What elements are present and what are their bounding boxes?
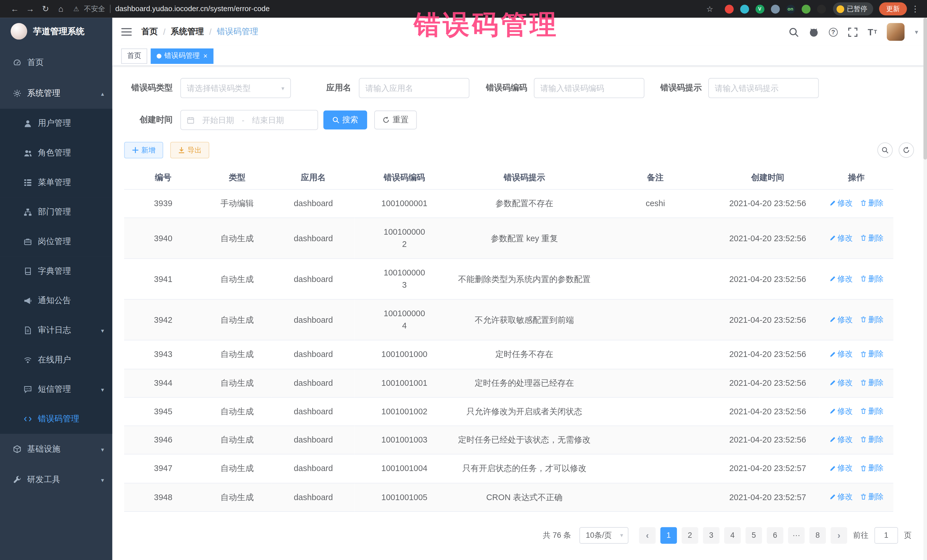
security-label[interactable]: 不安全: [84, 4, 105, 14]
edit-link[interactable]: 修改: [829, 314, 853, 325]
page-size-select[interactable]: 10条/页 ▾: [579, 527, 628, 543]
search-button[interactable]: 搜索: [324, 111, 367, 129]
error-msg-field[interactable]: [708, 78, 819, 98]
home-icon[interactable]: ⌂: [53, 4, 69, 14]
delete-link[interactable]: 删除: [860, 348, 884, 360]
scrollbar-thumb[interactable]: [924, 18, 927, 159]
reload-icon[interactable]: ↻: [38, 4, 53, 14]
reset-button[interactable]: 重置: [374, 111, 417, 129]
page-button-1[interactable]: 1: [660, 527, 677, 543]
sidebar-item-sms[interactable]: 短信管理▾: [0, 375, 112, 404]
font-size-icon[interactable]: TT: [868, 27, 877, 37]
toggle-search-button[interactable]: [877, 143, 893, 158]
delete-link[interactable]: 删除: [860, 197, 884, 209]
sidebar-item-post[interactable]: 岗位管理: [0, 227, 112, 256]
bookmark-star-icon[interactable]: ☆: [702, 5, 717, 14]
sidebar-item-online-user[interactable]: 在线用户: [0, 345, 112, 375]
sidebar-item-home[interactable]: 首页: [0, 47, 112, 78]
extension-green-leaf-icon[interactable]: [801, 5, 810, 14]
app-name-input[interactable]: [365, 83, 463, 93]
export-button[interactable]: 导出: [170, 142, 209, 158]
delete-link[interactable]: 删除: [860, 462, 884, 473]
breadcrumb-item[interactable]: 首页: [141, 27, 158, 37]
error-code-input[interactable]: [540, 83, 638, 93]
page-button-2[interactable]: 2: [682, 527, 698, 543]
page-button-5[interactable]: 5: [746, 527, 762, 543]
sidebar-item-devtools[interactable]: 研发工具▾: [0, 464, 112, 495]
app-logo[interactable]: 芋道管理系统: [0, 18, 112, 45]
edit-link[interactable]: 修改: [829, 273, 853, 284]
breadcrumb-item[interactable]: 系统管理: [171, 27, 204, 37]
browser-update-button[interactable]: 更新: [879, 2, 907, 15]
date-range-picker[interactable]: -: [180, 110, 318, 130]
goto-page-input[interactable]: [874, 527, 898, 543]
tab-error-code[interactable]: 错误码管理×: [151, 48, 214, 64]
edit-link[interactable]: 修改: [829, 232, 853, 243]
page-button-6[interactable]: 6: [767, 527, 783, 543]
delete-link[interactable]: 删除: [860, 405, 884, 417]
delete-link[interactable]: 删除: [860, 491, 884, 502]
error-code-field[interactable]: [534, 78, 644, 98]
user-avatar[interactable]: [887, 23, 905, 41]
sidebar-item-error-code[interactable]: 错误码管理: [0, 404, 112, 434]
url-text[interactable]: dashboard.yudao.iocoder.cn/system/error-…: [115, 5, 270, 13]
refresh-table-button[interactable]: [899, 143, 914, 158]
extension-teal-dot-icon[interactable]: [740, 5, 749, 14]
back-icon[interactable]: ←: [7, 4, 23, 14]
search-icon[interactable]: [789, 27, 799, 37]
extension-dark-on-icon[interactable]: on: [786, 5, 795, 14]
screen: ← → ↻ ⌂ ⚠ 不安全 dashboard.yudao.iocoder.cn…: [0, 0, 927, 560]
sidebar-item-audit-log[interactable]: 审计日志▾: [0, 316, 112, 345]
next-page-button[interactable]: ›: [831, 527, 847, 543]
sidebar-item-infra[interactable]: 基础设施▾: [0, 434, 112, 464]
address-bar[interactable]: ⚠ 不安全 dashboard.yudao.iocoder.cn/system/…: [73, 4, 702, 14]
page-button-8[interactable]: 8: [810, 527, 826, 543]
forward-icon[interactable]: →: [23, 4, 38, 14]
delete-link[interactable]: 删除: [860, 434, 884, 445]
page-button-3[interactable]: 3: [703, 527, 719, 543]
edit-link[interactable]: 修改: [829, 491, 853, 502]
page-scrollbar[interactable]: [924, 18, 927, 560]
trash-icon: [860, 235, 866, 241]
edit-link[interactable]: 修改: [829, 462, 853, 473]
fullscreen-icon[interactable]: [848, 27, 858, 37]
help-icon[interactable]: ?: [829, 27, 838, 36]
delete-link[interactable]: 删除: [860, 377, 884, 388]
hamburger-icon[interactable]: [121, 28, 132, 36]
paused-badge[interactable]: 已暂停: [833, 2, 873, 15]
close-icon[interactable]: ×: [204, 52, 208, 60]
start-date-input[interactable]: [198, 115, 239, 124]
extension-blue-puzzle-icon[interactable]: [771, 5, 780, 14]
sidebar-item-system[interactable]: 系统管理▴: [0, 78, 112, 109]
add-button[interactable]: 新增: [124, 142, 163, 158]
error-type-select-input[interactable]: [187, 83, 279, 93]
edit-link[interactable]: 修改: [829, 434, 853, 445]
sidebar-item-role[interactable]: 角色管理: [0, 138, 112, 168]
delete-link[interactable]: 删除: [860, 314, 884, 325]
edit-link[interactable]: 修改: [829, 348, 853, 360]
menu-dots-icon[interactable]: ⋮: [910, 4, 920, 14]
edit-link[interactable]: 修改: [829, 197, 853, 209]
tab-home[interactable]: 首页: [121, 48, 147, 64]
prev-page-button[interactable]: ‹: [639, 527, 656, 543]
sidebar-item-notice[interactable]: 通知公告: [0, 286, 112, 316]
delete-link[interactable]: 删除: [860, 273, 884, 284]
app-name-field[interactable]: [359, 78, 470, 98]
page-more-button[interactable]: ···: [788, 527, 805, 543]
error-msg-input[interactable]: [715, 83, 812, 93]
github-icon[interactable]: [808, 27, 819, 37]
sidebar-item-menu[interactable]: 菜单管理: [0, 168, 112, 197]
error-type-select[interactable]: ▾: [180, 78, 291, 98]
page-button-4[interactable]: 4: [724, 527, 741, 543]
extension-green-v-icon[interactable]: V: [755, 5, 764, 14]
sidebar-item-dept[interactable]: 部门管理: [0, 197, 112, 227]
edit-link[interactable]: 修改: [829, 377, 853, 388]
delete-link[interactable]: 删除: [860, 232, 884, 243]
chevron-down-icon[interactable]: ▾: [915, 28, 918, 36]
sidebar-item-user[interactable]: 用户管理: [0, 109, 112, 138]
edit-link[interactable]: 修改: [829, 405, 853, 417]
extension-red-dot-icon[interactable]: [725, 5, 733, 14]
extension-black-pin-icon[interactable]: [817, 5, 825, 14]
sidebar-item-dict[interactable]: 字典管理: [0, 256, 112, 286]
end-date-input[interactable]: [247, 115, 289, 124]
